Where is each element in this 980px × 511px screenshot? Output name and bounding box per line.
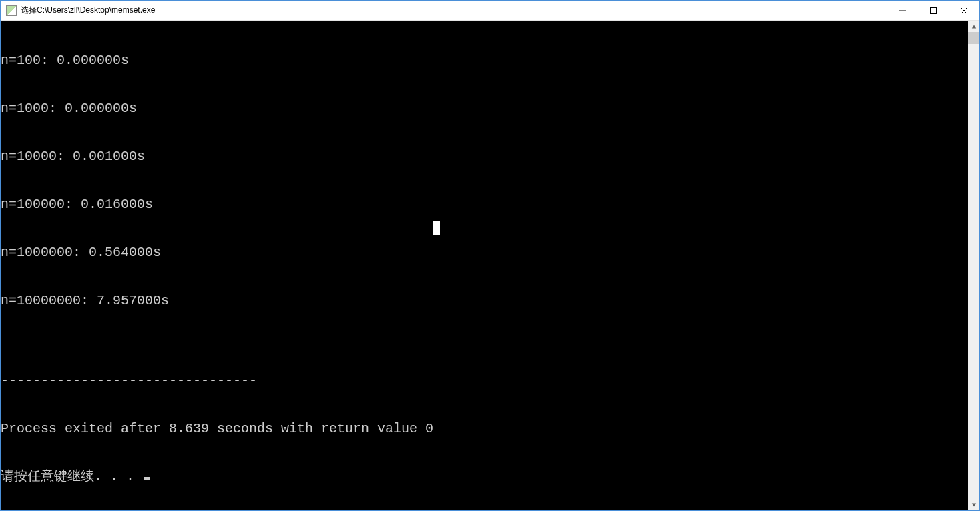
scroll-down-button[interactable] [968,499,979,510]
close-button[interactable] [949,1,979,20]
minimize-icon [899,7,906,14]
maximize-button[interactable] [918,1,949,20]
svg-rect-1 [931,7,937,13]
console-output[interactable]: n=100: 0.000000s n=1000: 0.000000s n=100… [1,21,968,510]
selection-cursor [433,221,440,235]
output-line: n=1000: 0.000000s [1,101,968,117]
client-area: n=100: 0.000000s n=1000: 0.000000s n=100… [1,21,979,510]
vertical-scrollbar[interactable] [968,21,979,510]
svg-marker-5 [971,503,975,506]
press-any-key-line: 请按任意键继续. . . [1,469,968,485]
text-cursor [144,477,150,480]
svg-marker-4 [971,25,975,28]
scroll-track[interactable] [968,32,979,499]
scroll-thumb[interactable] [968,32,979,44]
close-icon [961,7,967,14]
prompt-text: 请按任意键继续. . . [1,469,142,484]
window-controls [887,1,979,20]
output-line: n=10000: 0.001000s [1,149,968,165]
output-line: n=10000000: 7.957000s [1,293,968,309]
output-line: n=100: 0.000000s [1,53,968,69]
maximize-icon [930,7,937,14]
output-line: n=100000: 0.016000s [1,197,968,213]
output-line: n=1000000: 0.564000s [1,245,968,261]
chevron-up-icon [971,24,977,29]
process-exit-line: Process exited after 8.639 seconds with … [1,421,968,437]
output-separator: -------------------------------- [1,373,968,389]
chevron-down-icon [971,502,977,508]
titlebar[interactable]: 选择C:\Users\zll\Desktop\memset.exe [1,1,979,21]
window-title: 选择C:\Users\zll\Desktop\memset.exe [21,5,155,16]
app-icon [6,5,17,16]
scroll-up-button[interactable] [968,21,979,32]
minimize-button[interactable] [887,1,918,20]
